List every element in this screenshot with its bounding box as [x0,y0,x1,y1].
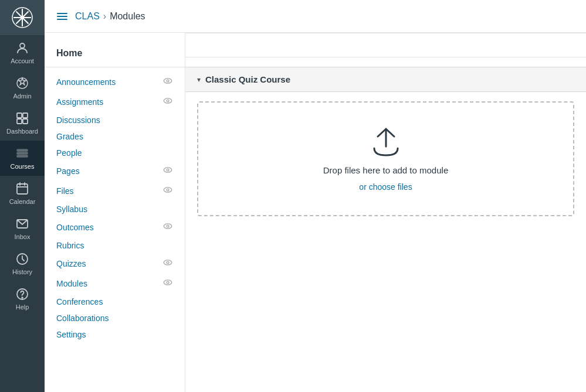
files-link[interactable]: Files [56,186,74,196]
svg-rect-14 [17,155,28,157]
sidebar-home-label[interactable]: Home [45,45,185,67]
content-area: Home Announcements Assignments [45,33,586,392]
svg-point-39 [167,281,169,284]
announcements-visibility-icon[interactable] [162,76,173,88]
nav-item-inbox[interactable]: Inbox [0,211,45,246]
sidebar-item-quizzes[interactable]: Quizzes [45,254,185,274]
breadcrumb-separator: › [103,11,106,22]
grades-link[interactable]: Grades [56,132,83,141]
main-content: ▾ Classic Quiz Course Drop files here to… [185,33,586,392]
choose-files-link[interactable]: or choose files [359,182,412,192]
pages-visibility-icon[interactable] [162,165,173,178]
sidebar-item-assignments[interactable]: Assignments [45,92,185,112]
top-header: CLAS › Modules [45,0,586,33]
account-icon [15,41,29,55]
sidebar-item-announcements[interactable]: Announcements [45,72,185,92]
svg-point-6 [20,43,25,48]
sidebar-item-outcomes[interactable]: Outcomes [45,217,185,237]
nav-rail: Account Admin Dashboard Courses [0,0,45,392]
svg-rect-8 [17,113,22,118]
svg-point-37 [167,261,169,264]
eye-icon [162,96,173,106]
sidebar-item-pages[interactable]: Pages [45,161,185,181]
collaborations-link[interactable]: Collaborations [56,313,109,323]
svg-rect-12 [17,149,28,151]
courses-icon [15,146,29,161]
sidebar-item-settings[interactable]: Settings [45,326,185,343]
modules-visibility-icon[interactable] [162,277,173,290]
sidebar-item-people[interactable]: People [45,145,185,161]
history-icon [15,252,29,266]
sidebar-item-syllabus[interactable]: Syllabus [45,201,185,217]
collapse-arrow-icon[interactable]: ▾ [197,76,201,84]
discussions-link[interactable]: Discussions [56,115,100,125]
quizzes-visibility-icon[interactable] [162,257,173,270]
course-sidebar: Home Announcements Assignments [45,33,185,392]
calendar-icon [15,182,29,196]
module-header[interactable]: ▾ Classic Quiz Course [185,67,586,92]
svg-point-32 [164,188,172,192]
sidebar-item-discussions[interactable]: Discussions [45,112,185,128]
syllabus-link[interactable]: Syllabus [56,204,87,214]
sidebar-item-modules[interactable]: Modules [45,274,185,294]
assignments-link[interactable]: Assignments [56,97,103,107]
eye-icon [162,185,173,195]
svg-point-31 [167,169,169,171]
pages-link[interactable]: Pages [56,166,80,176]
eye-icon [162,257,173,268]
dashboard-label: Dashboard [6,128,38,135]
eye-icon [162,165,173,175]
menu-lines-icon [56,11,68,22]
breadcrumb-current-page: Modules [110,11,145,22]
sidebar-item-grades[interactable]: Grades [45,128,185,145]
files-visibility-icon[interactable] [162,185,173,197]
drop-zone-text: Drop files here to add to module [323,165,448,175]
outcomes-link[interactable]: Outcomes [56,223,94,232]
assignments-visibility-icon[interactable] [162,96,173,108]
svg-point-27 [167,80,169,82]
conferences-link[interactable]: Conferences [56,297,103,306]
sidebar-item-conferences[interactable]: Conferences [45,294,185,310]
svg-rect-13 [17,152,28,154]
inbox-icon [15,217,29,231]
svg-rect-15 [17,184,28,194]
nav-item-dashboard[interactable]: Dashboard [0,105,45,141]
calendar-label: Calendar [9,198,36,205]
hamburger-icon[interactable] [56,11,68,22]
svg-rect-9 [23,113,28,118]
svg-point-36 [164,260,172,265]
people-link[interactable]: People [56,148,82,158]
mid-divider [185,57,586,57]
svg-point-34 [164,224,172,229]
app-logo [0,0,45,35]
announcements-link[interactable]: Announcements [56,77,116,87]
nav-item-calendar[interactable]: Calendar [0,176,45,211]
sidebar-item-files[interactable]: Files [45,181,185,201]
nav-item-courses[interactable]: Courses [0,141,45,176]
admin-label: Admin [13,93,31,100]
main-container: CLAS › Modules Home Announcements Assign… [45,0,586,392]
canvas-logo-icon [11,6,33,29]
svg-point-5 [21,16,24,19]
rubrics-link[interactable]: Rubrics [56,241,84,250]
svg-point-29 [167,100,169,102]
sidebar-item-collaborations[interactable]: Collaborations [45,310,185,326]
svg-rect-10 [17,119,22,124]
nav-item-admin[interactable]: Admin [0,70,45,105]
settings-link[interactable]: Settings [56,330,86,339]
nav-item-history[interactable]: History [0,246,45,281]
file-drop-zone[interactable]: Drop files here to add to module or choo… [197,101,574,216]
svg-point-28 [164,98,172,103]
help-label: Help [16,304,29,311]
quizzes-link[interactable]: Quizzes [56,259,86,268]
modules-link[interactable]: Modules [56,279,87,288]
module-title: Classic Quiz Course [205,74,290,84]
breadcrumb-clas-link[interactable]: CLAS [75,11,100,22]
sidebar-item-rubrics[interactable]: Rubrics [45,237,185,254]
outcomes-visibility-icon[interactable] [162,221,173,234]
courses-label: Courses [11,163,35,170]
nav-item-account[interactable]: Account [0,35,45,70]
svg-point-26 [164,79,172,83]
nav-item-help[interactable]: Help [0,281,45,316]
history-label: History [12,268,32,275]
